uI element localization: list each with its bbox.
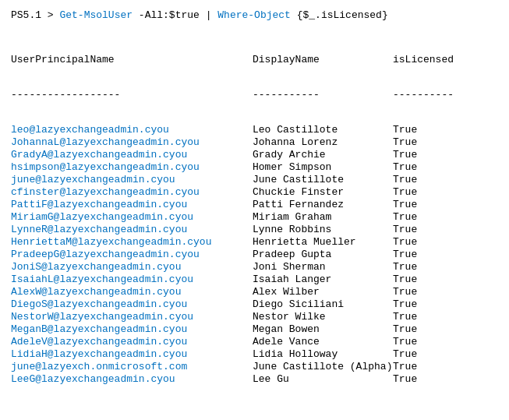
table-row: JoniS@lazyexchangeadmin.cyouJoni Sherman… [11,261,498,273]
table-row: LidiaH@lazyexchangeadmin.cyouLidia Hollo… [11,348,498,360]
upn-cell: PradeepG@lazyexchangeadmin.cyou [11,249,253,260]
display-name-cell: Patti Fernandez [253,199,393,210]
upn-cell: PattiF@lazyexchangeadmin.cyou [11,199,253,210]
display-name-cell: Miriam Graham [253,211,393,223]
is-licensed-cell: True [393,161,417,173]
header-il: isLicensed [393,54,454,65]
sep-dn: ----------- [253,89,393,101]
is-licensed-cell: True [393,311,417,323]
display-name-cell: Leo Castillote [253,124,393,136]
upn-cell: hsimpson@lazyexchangeadmin.cyou [11,161,253,173]
upn-cell: GradyA@lazyexchangeadmin.cyou [11,149,253,161]
upn-cell: HenriettaM@lazyexchangeadmin.cyou [11,236,253,248]
is-licensed-cell: True [393,298,417,310]
is-licensed-cell: True [393,174,417,185]
data-table: UserPrincipalName DisplayName isLicensed… [11,30,498,409]
upn-cell: june@lazyexch.onmicrosoft.com [11,361,253,372]
upn-cell: LidiaH@lazyexchangeadmin.cyou [11,348,253,360]
display-name-cell: Alex Wilber [253,286,393,298]
separator-row: ------------------ ----------- ---------… [11,89,498,101]
is-licensed-cell: True [393,136,417,148]
upn-cell: JoniS@lazyexchangeadmin.cyou [11,261,253,273]
upn-cell: AdeleV@lazyexchangeadmin.cyou [11,336,253,348]
upn-cell: cfinster@lazyexchangeadmin.cyou [11,186,253,198]
upn-cell: AlexW@lazyexchangeadmin.cyou [11,286,253,298]
upn-cell: LeeG@lazyexchangeadmin.cyou [11,373,253,385]
is-licensed-cell: True [393,361,417,372]
is-licensed-cell: True [393,211,417,223]
upn-cell: MiriamG@lazyexchangeadmin.cyou [11,211,253,223]
header-dn: DisplayName [253,54,393,65]
sep-il: ---------- [393,89,454,101]
display-name-cell: Grady Archie [253,149,393,161]
display-name-cell: June Castillote [253,174,393,185]
display-name-cell: Diego Siciliani [253,298,393,310]
table-row: LeeG@lazyexchangeadmin.cyouLee GuTrue [11,373,498,385]
is-licensed-cell: True [393,199,417,210]
param-all: -All:$true [133,9,200,21]
upn-cell: june@lazyexchangeadmin.cyou [11,174,253,185]
display-name-cell: Lee Gu [253,373,393,385]
data-rows: leo@lazyexchangeadmin.cyouLeo Castillote… [11,124,498,385]
is-licensed-cell: True [393,274,417,285]
table-row: LynneR@lazyexchangeadmin.cyouLynne Robbi… [11,224,498,235]
table-row: PattiF@lazyexchangeadmin.cyouPatti Ferna… [11,199,498,210]
table-row: MeganB@lazyexchangeadmin.cyouMegan Bowen… [11,323,498,335]
is-licensed-cell: True [393,323,417,335]
display-name-cell: Homer Simpson [253,161,393,173]
terminal-window: PS5.1 > Get-MsolUser -All:$true | Where-… [0,0,509,420]
header-upn: UserPrincipalName [11,54,253,65]
table-row: GradyA@lazyexchangeadmin.cyouGrady Archi… [11,149,498,161]
command-line: PS5.1 > Get-MsolUser -All:$true | Where-… [11,9,498,21]
cmdlet-get-msoluser: Get-MsolUser [59,9,133,21]
table-row: hsimpson@lazyexchangeadmin.cyouHomer Sim… [11,161,498,173]
upn-cell: NestorW@lazyexchangeadmin.cyou [11,311,253,323]
table-row: AdeleV@lazyexchangeadmin.cyouAdele Vance… [11,336,498,348]
table-row: leo@lazyexchangeadmin.cyouLeo Castillote… [11,124,498,136]
column-headers: UserPrincipalName DisplayName isLicensed [11,54,498,65]
table-row: june@lazyexch.onmicrosoft.comJune Castil… [11,361,498,372]
is-licensed-cell: True [393,261,417,273]
display-name-cell: Pradeep Gupta [253,249,393,260]
display-name-cell: Lynne Robbins [253,224,393,235]
is-licensed-cell: True [393,224,417,235]
table-row: IsaiahL@lazyexchangeadmin.cyouIsaiah Lan… [11,274,498,285]
upn-cell: LynneR@lazyexchangeadmin.cyou [11,224,253,235]
is-licensed-cell: True [393,373,417,385]
script-block: {$_.isLicensed} [291,9,388,21]
table-row: JohannaL@lazyexchangeadmin.cyouJohanna L… [11,136,498,148]
table-row: NestorW@lazyexchangeadmin.cyouNestor Wil… [11,311,498,323]
is-licensed-cell: True [393,249,417,260]
display-name-cell: Lidia Holloway [253,348,393,360]
display-name-cell: Joni Sherman [253,261,393,273]
is-licensed-cell: True [393,186,417,198]
display-name-cell: Johanna Lorenz [253,136,393,148]
table-row: HenriettaM@lazyexchangeadmin.cyouHenriet… [11,236,498,248]
display-name-cell: Megan Bowen [253,323,393,335]
display-name-cell: Chuckie Finster [253,186,393,198]
table-row: MiriamG@lazyexchangeadmin.cyouMiriam Gra… [11,211,498,223]
table-row: PradeepG@lazyexchangeadmin.cyouPradeep G… [11,249,498,260]
upn-cell: MeganB@lazyexchangeadmin.cyou [11,323,253,335]
table-row: AlexW@lazyexchangeadmin.cyouAlex WilberT… [11,286,498,298]
upn-cell: IsaiahL@lazyexchangeadmin.cyou [11,274,253,285]
display-name-cell: Henrietta Mueller [253,236,393,248]
is-licensed-cell: True [393,348,417,360]
upn-cell: DiegoS@lazyexchangeadmin.cyou [11,298,253,310]
table-row: june@lazyexchangeadmin.cyouJune Castillo… [11,174,498,185]
table-row: DiegoS@lazyexchangeadmin.cyouDiego Sicil… [11,298,498,310]
sep-upn: ------------------ [11,89,253,101]
is-licensed-cell: True [393,236,417,248]
is-licensed-cell: True [393,286,417,298]
prompt: PS5.1 > [11,9,59,21]
display-name-cell: Isaiah Langer [253,274,393,285]
display-name-cell: Adele Vance [253,336,393,348]
is-licensed-cell: True [393,149,417,161]
is-licensed-cell: True [393,336,417,348]
display-name-cell: Nestor Wilke [253,311,393,323]
display-name-cell: June Castillote (Alpha) [253,361,393,372]
table-row: cfinster@lazyexchangeadmin.cyouChuckie F… [11,186,498,198]
is-licensed-cell: True [393,124,417,136]
pipe-operator: | [200,9,217,21]
upn-cell: leo@lazyexchangeadmin.cyou [11,124,253,136]
